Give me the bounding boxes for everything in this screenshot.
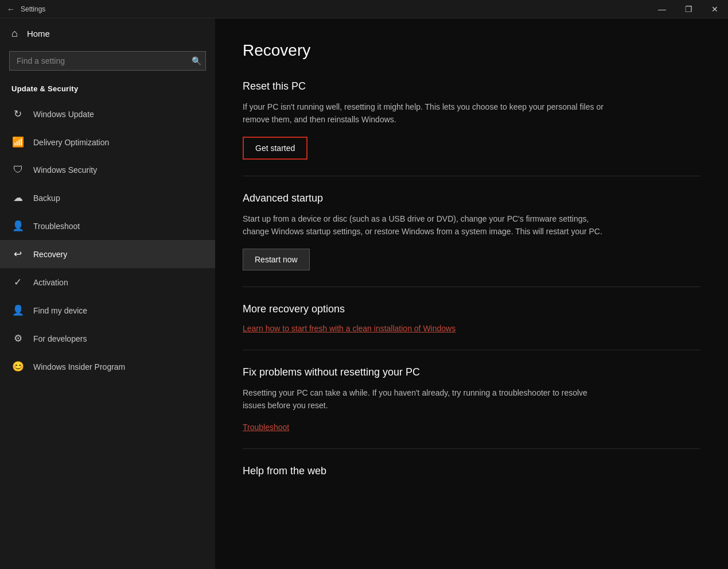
title-bar: ← Settings — ❐ ✕: [0, 0, 728, 18]
windows-insider-icon: 😊: [11, 361, 24, 373]
troubleshoot-icon: 👤: [11, 220, 24, 232]
sidebar-label-find-my-device: Find my device: [33, 306, 87, 315]
divider-4: [243, 448, 700, 449]
search-input[interactable]: [9, 51, 206, 71]
sidebar-section-title: Update & Security: [0, 80, 215, 100]
sidebar-label-windows-insider: Windows Insider Program: [33, 362, 125, 371]
minimize-button[interactable]: —: [649, 0, 675, 18]
sidebar-label-delivery-optimization: Delivery Optimization: [33, 138, 109, 147]
sidebar-item-home[interactable]: ⌂ Home: [0, 18, 215, 49]
maximize-button[interactable]: ❐: [675, 0, 702, 18]
search-box: 🔍: [9, 51, 206, 71]
sidebar-item-delivery-optimization[interactable]: 📶 Delivery Optimization: [0, 128, 215, 156]
windows-update-icon: ↻: [11, 108, 24, 120]
sidebar-label-troubleshoot: Troubleshoot: [33, 222, 80, 231]
fix-problems-title: Fix problems without resetting your PC: [243, 366, 700, 378]
home-label: Home: [27, 29, 50, 38]
find-my-device-icon: 👤: [11, 304, 24, 316]
more-recovery-title: More recovery options: [243, 303, 700, 315]
sidebar-label-backup: Backup: [33, 193, 60, 203]
sidebar-label-windows-security: Windows Security: [33, 165, 97, 175]
delivery-optimization-icon: 📶: [11, 136, 24, 148]
fix-problems-description: Resetting your PC can take a while. If y…: [243, 386, 610, 412]
sidebar-label-recovery: Recovery: [33, 250, 67, 259]
search-icon[interactable]: 🔍: [192, 56, 201, 65]
get-started-button[interactable]: Get started: [243, 137, 307, 160]
home-icon: ⌂: [11, 28, 18, 40]
close-button[interactable]: ✕: [702, 0, 728, 18]
advanced-startup-title: Advanced startup: [243, 192, 700, 204]
sidebar-item-troubleshoot[interactable]: 👤 Troubleshoot: [0, 212, 215, 240]
help-web-title: Help from the web: [243, 465, 700, 477]
sidebar-label-windows-update: Windows Update: [33, 110, 94, 119]
windows-security-icon: 🛡: [11, 164, 24, 176]
divider-2: [243, 287, 700, 287]
divider-3: [243, 350, 700, 350]
sidebar-item-activation[interactable]: ✓ Activation: [0, 268, 215, 296]
advanced-startup-description: Start up from a device or disc (such as …: [243, 212, 610, 238]
reset-pc-description: If your PC isn't running well, resetting…: [243, 100, 610, 126]
sidebar-item-windows-insider[interactable]: 😊 Windows Insider Program: [0, 353, 215, 381]
main-layout: ⌂ Home 🔍 Update & Security ↻ Windows Upd…: [0, 18, 728, 569]
sidebar-item-recovery[interactable]: ↩ Recovery: [0, 240, 215, 268]
activation-icon: ✓: [11, 276, 24, 288]
troubleshoot-link[interactable]: Troubleshoot: [243, 423, 289, 432]
for-developers-icon: ⚙: [11, 332, 24, 345]
sidebar-item-backup[interactable]: ☁ Backup: [0, 184, 215, 212]
clean-install-link[interactable]: Learn how to start fresh with a clean in…: [243, 324, 456, 333]
sidebar: ⌂ Home 🔍 Update & Security ↻ Windows Upd…: [0, 18, 215, 569]
back-button[interactable]: ←: [7, 5, 15, 14]
app-title: Settings: [21, 5, 45, 13]
reset-pc-title: Reset this PC: [243, 80, 700, 92]
restart-now-button[interactable]: Restart now: [243, 249, 310, 270]
page-title: Recovery: [243, 41, 700, 60]
recovery-icon: ↩: [11, 248, 24, 260]
backup-icon: ☁: [11, 192, 24, 204]
sidebar-item-for-developers[interactable]: ⚙ For developers: [0, 324, 215, 353]
content-area: Recovery Reset this PC If your PC isn't …: [215, 18, 728, 569]
sidebar-item-windows-security[interactable]: 🛡 Windows Security: [0, 156, 215, 184]
sidebar-item-find-my-device[interactable]: 👤 Find my device: [0, 296, 215, 324]
window-controls: — ❐ ✕: [649, 0, 728, 18]
divider-1: [243, 176, 700, 176]
sidebar-label-activation: Activation: [33, 278, 68, 287]
sidebar-item-windows-update[interactable]: ↻ Windows Update: [0, 100, 215, 128]
sidebar-label-for-developers: For developers: [33, 334, 87, 343]
